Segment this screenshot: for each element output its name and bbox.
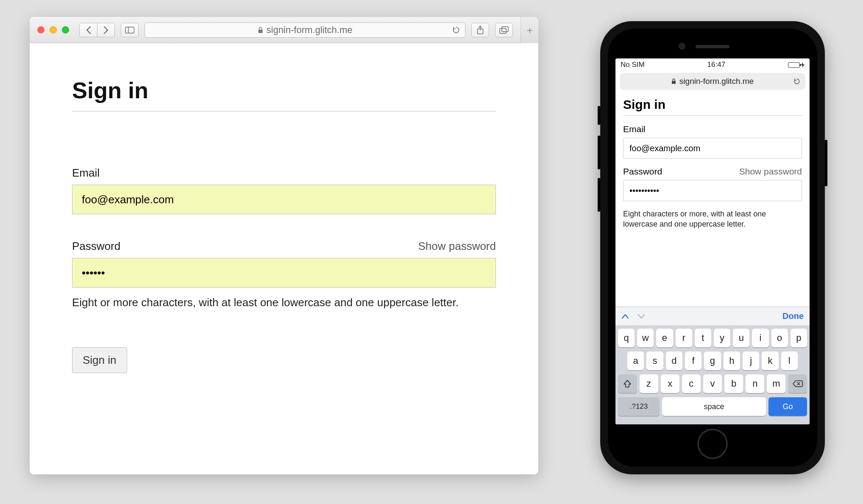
toolbar-right [471,23,513,37]
key-v[interactable]: v [703,374,722,393]
submit-button[interactable]: Sign in [72,347,127,373]
charging-icon [801,62,805,68]
key-u[interactable]: u [733,329,749,347]
lock-icon [671,78,676,84]
svg-rect-5 [500,28,506,33]
key-t[interactable]: t [695,329,711,347]
volume-down-button [598,178,600,212]
key-o[interactable]: o [771,329,788,347]
key-m[interactable]: m [767,374,785,393]
ios-address-bar[interactable]: signin-form.glitch.me [620,73,805,90]
keyboard-row-1: qwertyuiop [618,329,807,347]
email-input[interactable] [623,138,802,159]
key-k[interactable]: k [762,352,778,370]
iphone-device: No SIM 16:47 signin-form.glitch.me Sign … [600,21,825,474]
power-button [825,140,827,186]
email-group: Email [72,166,496,214]
password-label: Password [623,166,662,177]
iphone-screen: No SIM 16:47 signin-form.glitch.me Sign … [615,58,810,424]
backspace-key[interactable] [788,374,807,393]
space-key[interactable]: space [662,397,766,416]
email-label: Email [72,166,100,180]
page-body: Sign in Email Password Show password Eig… [30,43,538,474]
svg-rect-6 [502,27,508,32]
minimize-window-button[interactable] [50,26,57,33]
email-input[interactable] [72,185,496,214]
key-x[interactable]: x [661,374,679,393]
page-title: Sign in [623,97,802,116]
safari-window: signin-form.glitch.me ＋ Sign in Email Pa [30,17,538,474]
svg-rect-2 [258,30,262,33]
email-label: Email [623,124,802,134]
numbers-key[interactable]: .?123 [618,397,660,416]
key-d[interactable]: d [666,352,682,370]
key-f[interactable]: f [685,352,702,370]
keyboard-done-button[interactable]: Done [782,311,804,321]
forward-button[interactable] [97,23,115,37]
back-button[interactable] [79,23,97,37]
zoom-window-button[interactable] [62,26,69,33]
key-h[interactable]: h [724,352,740,370]
safari-titlebar: signin-form.glitch.me ＋ [30,17,538,43]
reload-button[interactable] [452,26,460,34]
ios-page-body: Sign in Email Password Show password Eig… [615,94,810,307]
nav-button-group [79,23,115,37]
share-button[interactable] [471,23,489,37]
ios-keyboard: qwertyuiop asdfghjkl zxcvbnm .?123 space… [615,325,810,424]
svg-rect-7 [672,81,676,84]
previous-field-button[interactable] [621,314,629,319]
ios-url-text: signin-form.glitch.me [679,77,754,86]
key-a[interactable]: a [627,352,644,370]
url-text: signin-form.glitch.me [267,25,353,36]
key-r[interactable]: r [676,329,692,347]
show-password-toggle[interactable]: Show password [418,240,496,253]
carrier-text: No SIM [621,61,645,69]
go-key[interactable]: Go [768,397,807,416]
reload-button[interactable] [793,78,800,85]
key-q[interactable]: q [618,329,635,347]
password-label: Password [72,240,120,253]
speaker-grill [696,45,729,48]
keyboard-accessory: Done [615,307,810,325]
password-hint: Eight characters or more, with at least … [623,209,802,230]
close-window-button[interactable] [37,26,45,33]
lock-icon [258,27,263,33]
password-hint: Eight or more characters, with at least … [72,296,496,309]
window-controls [37,26,69,33]
key-j[interactable]: j [743,352,759,370]
shift-key[interactable] [618,374,637,393]
key-g[interactable]: g [704,352,721,370]
key-c[interactable]: c [682,374,701,393]
key-y[interactable]: y [714,329,730,347]
address-bar[interactable]: signin-form.glitch.me [145,22,465,38]
password-input[interactable] [623,180,802,201]
key-w[interactable]: w [637,329,654,347]
key-s[interactable]: s [646,352,663,370]
status-bar: No SIM 16:47 [615,58,810,71]
volume-up-button [598,136,600,169]
new-tab-button[interactable]: ＋ [521,17,538,43]
keyboard-row-4: .?123 space Go [618,397,807,416]
key-b[interactable]: b [724,374,743,393]
next-field-button[interactable] [638,314,645,319]
key-e[interactable]: e [656,329,673,347]
key-z[interactable]: z [640,374,658,393]
mute-switch [598,106,600,125]
key-p[interactable]: p [791,329,807,347]
key-i[interactable]: i [752,329,768,347]
page-title: Sign in [72,77,496,111]
keyboard-row-2: asdfghjkl [618,352,807,370]
show-password-toggle[interactable]: Show password [739,166,802,177]
front-camera [679,43,685,50]
password-input[interactable] [72,258,496,288]
key-n[interactable]: n [746,374,764,393]
key-l[interactable]: l [781,352,798,370]
battery-indicator [788,62,805,68]
clock-text: 16:47 [707,61,726,69]
password-group: Password Show password Eight or more cha… [72,240,496,309]
sidebar-button[interactable] [121,23,139,37]
home-button[interactable] [697,429,728,459]
tabs-button[interactable] [495,23,513,37]
svg-rect-0 [125,27,134,33]
keyboard-row-3: zxcvbnm [618,374,807,393]
